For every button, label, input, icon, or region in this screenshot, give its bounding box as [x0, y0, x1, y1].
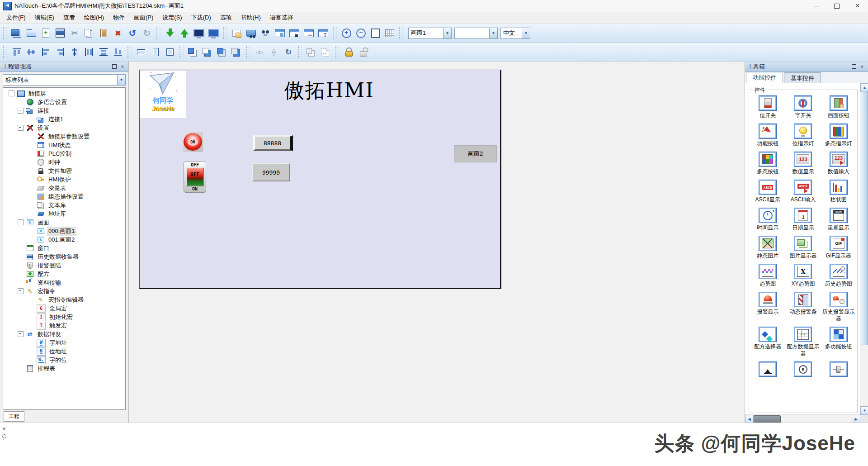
tree-item-variable-table[interactable]: 变量表 [3, 184, 125, 192]
tree-item-screen-1[interactable]: 000:画面1 [3, 227, 125, 235]
control-numeric-input[interactable]: 123 数值输入 [821, 152, 856, 175]
group-icon[interactable] [305, 45, 318, 59]
tree-item-recipe[interactable]: 配方 [3, 270, 125, 278]
tree-item-config-operation[interactable]: 组态操作设置 [3, 192, 125, 201]
control-history-trend-chart[interactable]: 历史趋势图 [821, 264, 856, 287]
tree-item-plc-control[interactable]: PLC控制 [3, 149, 125, 158]
bring-forward-icon[interactable] [215, 45, 229, 59]
open-project-icon[interactable] [24, 26, 38, 40]
tree-item-word-bit[interactable]: W. 字的位 [3, 356, 125, 364]
zoom-in-icon[interactable] [340, 26, 353, 40]
canvas-title-text[interactable]: 傲拓HMI [284, 77, 374, 104]
flip-horizontal-icon[interactable] [253, 45, 266, 59]
tree-item-screen-2[interactable]: 001:画面2 [3, 235, 125, 244]
bring-to-front-icon[interactable] [186, 45, 200, 59]
tree-item-bit-address[interactable]: B 位地址 [3, 347, 125, 356]
tree-item-connections[interactable]: 连接 [3, 106, 125, 115]
vertical-scroll-thumb[interactable] [861, 91, 868, 345]
menu-settings[interactable]: 设定(S) [158, 12, 186, 23]
tree-item-address-library[interactable]: 地址库 [3, 209, 125, 218]
properties-window-icon[interactable] [302, 26, 316, 40]
control-partial-1[interactable] [750, 361, 785, 377]
control-week-display[interactable]: MON 星期显示 [821, 208, 856, 231]
delete-icon[interactable] [111, 26, 125, 40]
close-panel-button[interactable]: × [859, 63, 866, 70]
control-word-switch[interactable]: 字开关 [786, 95, 820, 119]
tree-item-data-transfer[interactable]: 资料传输 [3, 278, 125, 287]
chevron-down-icon[interactable]: ▼ [117, 75, 125, 85]
align-top-icon[interactable] [10, 45, 24, 59]
close-dock-icon[interactable]: × [2, 426, 6, 432]
control-bar-chart[interactable]: 柱状图 [821, 180, 856, 203]
text-window-icon[interactable] [316, 26, 330, 40]
tab-project[interactable]: 工程 [4, 411, 24, 422]
tree-item-connection-1[interactable]: 连接1 [3, 115, 125, 124]
new-screen-icon[interactable] [39, 26, 52, 40]
control-static-picture[interactable]: 静态图片 [750, 236, 785, 259]
tree-item-schedule-table[interactable]: 排程表 [3, 364, 125, 373]
control-numeric-display[interactable]: 123 数值显示 [786, 152, 820, 175]
paste-icon[interactable] [97, 26, 110, 40]
send-backward-icon[interactable] [230, 45, 243, 59]
close-panel-button[interactable]: × [119, 63, 126, 70]
tree-item-clock[interactable]: 时钟 [3, 158, 125, 166]
menu-view[interactable]: 查看 [59, 12, 80, 23]
control-ascii-input[interactable]: ASCII ASCII输入 [786, 180, 820, 203]
tree-item-init-macro[interactable]: I 初始化宏 [3, 313, 125, 321]
tree-item-window[interactable]: 窗口 [3, 244, 125, 252]
control-bit-switch[interactable]: 位开关 [750, 95, 785, 119]
control-screen-button[interactable]: 画面按钮 [821, 95, 856, 119]
screen-canvas[interactable]: 何同学 JoseHe 傲拓HMI ON 88888 OFF OFF ON 999… [139, 70, 501, 289]
tree-item-touch-param-settings[interactable]: 触摸屏参数设置 [3, 132, 125, 141]
horizontal-scroll-thumb[interactable] [754, 415, 781, 423]
control-xy-trend-chart[interactable]: X XY趋势图 [786, 264, 820, 287]
copy-icon[interactable] [82, 26, 96, 40]
equal-vertical-spacing-icon[interactable] [97, 45, 110, 59]
control-trend-chart[interactable]: 趋势图 [750, 264, 785, 287]
find-icon[interactable] [259, 26, 272, 40]
screen-select-combo[interactable]: 画面1 ▼ [408, 28, 452, 39]
cut-icon[interactable] [68, 26, 81, 40]
tree-item-global-macro[interactable]: G 全局宏 [3, 304, 125, 313]
float-panel-button[interactable] [111, 63, 118, 70]
pin-dock-icon[interactable] [2, 434, 6, 438]
scroll-down-icon[interactable]: ▼ [860, 406, 868, 415]
send-to-back-icon[interactable] [201, 45, 214, 59]
tree-item-settings[interactable]: 设置 [3, 124, 125, 132]
undo-icon[interactable] [126, 26, 139, 40]
control-function-button[interactable]: 功能按钮 [750, 124, 785, 147]
tree-item-file-encryption[interactable]: 文件加密 [3, 166, 125, 175]
tree-item-hmi-protection[interactable]: HMI保护 [3, 175, 125, 184]
tree-expander[interactable] [9, 90, 14, 96]
preview-window-icon[interactable] [273, 26, 287, 40]
menu-screen[interactable]: 画面(P) [129, 12, 158, 23]
tree-expander[interactable] [18, 125, 24, 131]
equal-horizontal-spacing-icon[interactable] [82, 45, 96, 59]
tree-item-macro[interactable]: 宏指令 [3, 287, 125, 295]
toolbox-vertical-scrollbar[interactable]: ▲ ▼ [860, 83, 868, 415]
control-recipe-data-display[interactable]: 配方数据显示器 [786, 327, 820, 357]
chevron-down-icon[interactable]: ▼ [489, 28, 497, 38]
menu-draw[interactable]: 绘图(H) [80, 12, 108, 23]
toolbox-horizontal-scrollbar[interactable]: ◀ ▶ [745, 414, 860, 423]
align-right-icon[interactable] [53, 45, 67, 59]
control-multi-state-button[interactable]: 多态按钮 [750, 152, 785, 175]
upload-icon[interactable] [178, 26, 191, 40]
tree-item-word-address[interactable]: W 字地址 [3, 338, 125, 347]
control-partial-2[interactable] [786, 361, 820, 377]
control-date-display[interactable]: 1 日期显示 [786, 208, 820, 231]
tree-expander[interactable] [18, 288, 24, 294]
control-multi-state-lamp[interactable]: 多态指示灯 [821, 124, 856, 147]
maximize-button[interactable] [826, 0, 847, 12]
new-project-icon[interactable] [10, 26, 24, 40]
zoom-out-icon[interactable] [354, 26, 368, 40]
hmi-toggle-switch[interactable]: OFF OFF ON [184, 161, 206, 193]
control-gif-display[interactable]: GIF GIF显示器 [821, 236, 856, 259]
logo-image[interactable]: 何同学 JoseHe [140, 71, 186, 118]
control-ascii-display[interactable]: ASCII ASCII显示 [750, 180, 785, 203]
close-button[interactable]: × [847, 0, 868, 12]
control-recipe-selector[interactable]: 配方选择器 [750, 327, 785, 357]
control-dynamic-alarm-bar[interactable]: 动态报警条 [786, 292, 820, 322]
align-left-icon[interactable] [39, 45, 52, 59]
hmi-numeric-display-2[interactable]: 99999 [252, 163, 290, 181]
